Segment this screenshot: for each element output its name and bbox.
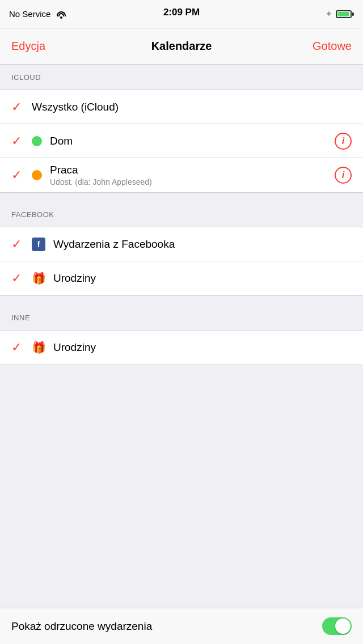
section-icloud: ICLOUD ✓ Wszystko (iCloud) ✓ Dom i ✓ Pra… xyxy=(0,65,363,193)
wifi-icon xyxy=(56,10,66,19)
status-right: ✦ xyxy=(325,9,354,19)
check-icon: ✓ xyxy=(11,100,32,115)
check-icon: ✓ xyxy=(11,168,32,183)
row-text-block: Wydarzenia z Facebooka xyxy=(53,238,352,251)
section-inne: INNE ✓ 🎁 Urodziny xyxy=(0,305,363,365)
row-title: Urodziny xyxy=(53,272,96,284)
info-button[interactable]: i xyxy=(335,167,352,184)
status-time: 2:09 PM xyxy=(163,7,200,18)
section-header-icloud: ICLOUD xyxy=(0,65,363,90)
section-gap xyxy=(0,193,363,202)
row-title: Dom xyxy=(50,135,73,147)
row-text-block: Wszystko (iCloud) xyxy=(32,101,352,113)
row-subtitle: Udost. (dla: John Appleseed) xyxy=(50,177,335,187)
calendar-dot xyxy=(32,170,42,180)
gift-icon: 🎁 xyxy=(32,341,45,354)
bottom-spacer xyxy=(0,365,363,410)
list-item[interactable]: ✓ 🎁 Urodziny xyxy=(0,331,363,365)
check-icon: ✓ xyxy=(11,271,32,286)
page-title: Kalendarze xyxy=(151,40,212,53)
row-text-block: Urodziny xyxy=(53,341,352,354)
inne-list: ✓ 🎁 Urodziny xyxy=(0,330,363,365)
gift-icon: 🎁 xyxy=(32,272,45,285)
row-title: Urodziny xyxy=(53,341,96,353)
section-label-facebook: FACEBOOK xyxy=(11,210,54,219)
list-item[interactable]: ✓ 🎁 Urodziny xyxy=(0,261,363,295)
list-item[interactable]: ✓ Praca Udost. (dla: John Appleseed) i xyxy=(0,158,363,192)
done-button[interactable]: Gotowe xyxy=(313,40,352,53)
check-icon: ✓ xyxy=(11,237,32,252)
toggle-label: Pokaż odrzucone wydarzenia xyxy=(11,620,152,633)
section-header-facebook: FACEBOOK xyxy=(0,202,363,227)
list-item[interactable]: ✓ Wszystko (iCloud) xyxy=(0,90,363,124)
section-label-icloud: ICLOUD xyxy=(11,73,41,82)
facebook-list: ✓ f Wydarzenia z Facebooka ✓ 🎁 Urodziny xyxy=(0,227,363,296)
section-header-inne: INNE xyxy=(0,305,363,330)
row-text-block: Dom xyxy=(50,135,335,147)
status-left: No Service xyxy=(9,9,66,19)
row-title: Praca xyxy=(50,164,78,176)
info-button[interactable]: i xyxy=(335,133,352,150)
section-label-inne: INNE xyxy=(11,313,30,322)
bluetooth-icon: ✦ xyxy=(325,9,332,19)
show-declined-toggle[interactable] xyxy=(322,617,352,635)
edit-button[interactable]: Edycja xyxy=(11,40,45,53)
toggle-knob xyxy=(335,618,351,634)
list-item[interactable]: ✓ f Wydarzenia z Facebooka xyxy=(0,227,363,261)
carrier-label: No Service xyxy=(9,9,50,19)
row-title: Wszystko (iCloud) xyxy=(32,101,119,113)
status-bar: No Service 2:09 PM ✦ xyxy=(0,0,363,28)
facebook-icon: f xyxy=(32,238,45,251)
check-icon: ✓ xyxy=(11,134,32,149)
calendar-dot xyxy=(32,136,42,146)
row-text-block: Praca Udost. (dla: John Appleseed) xyxy=(50,164,335,187)
icloud-list: ✓ Wszystko (iCloud) ✓ Dom i ✓ Praca Udos… xyxy=(0,90,363,193)
row-title: Wydarzenia z Facebooka xyxy=(53,238,175,250)
list-item[interactable]: ✓ Dom i xyxy=(0,124,363,158)
fb-logo: f xyxy=(32,238,45,251)
battery-indicator xyxy=(336,10,354,18)
gift-emoji: 🎁 xyxy=(32,272,46,285)
nav-bar: Edycja Kalendarze Gotowe xyxy=(0,28,363,65)
bottom-bar: Pokaż odrzucone wydarzenia xyxy=(0,608,363,644)
section-gap xyxy=(0,296,363,305)
row-text-block: Urodziny xyxy=(53,272,352,285)
check-icon: ✓ xyxy=(11,340,32,355)
section-facebook: FACEBOOK ✓ f Wydarzenia z Facebooka ✓ 🎁 … xyxy=(0,202,363,296)
gift-emoji: 🎁 xyxy=(32,341,46,354)
